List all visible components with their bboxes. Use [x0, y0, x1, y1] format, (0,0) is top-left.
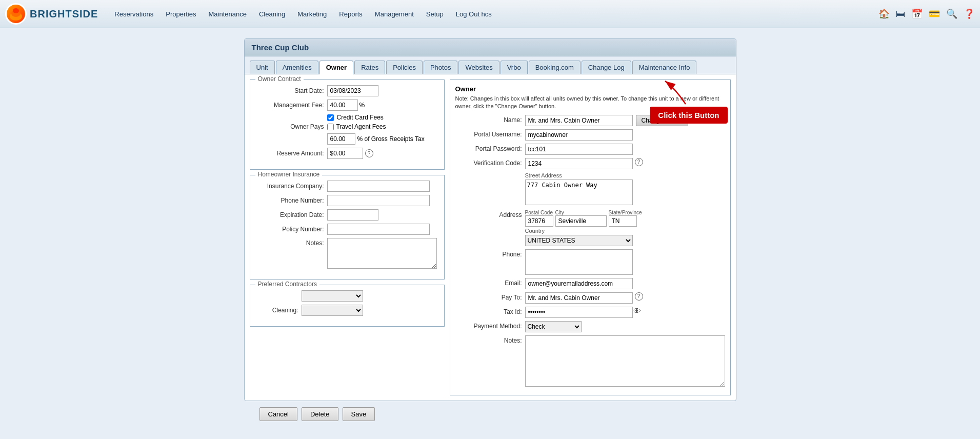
owner-panel: Owner Note: Changes in this box will aff… — [450, 79, 731, 395]
owner-panel-note: Note: Changes in this box will affect al… — [455, 95, 725, 111]
delete-button[interactable]: Delete — [302, 407, 338, 421]
verification-code-input[interactable] — [525, 158, 633, 169]
nav-setup[interactable]: Setup — [420, 7, 450, 21]
calendar-icon[interactable]: 📅 — [911, 8, 923, 19]
nav-reports[interactable]: Reports — [333, 7, 369, 21]
start-date-label: Start Date: — [257, 87, 324, 94]
credit-card-checkbox[interactable] — [327, 114, 334, 121]
mgmt-fee-row: Management Fee: % — [257, 99, 437, 111]
tax-id-toggle-icon[interactable]: 👁 — [633, 307, 641, 316]
tab-booking[interactable]: Booking.com — [529, 61, 581, 74]
postal-code-input[interactable] — [525, 215, 553, 227]
gross-receipts-label: % of Gross Receipts Tax — [357, 135, 425, 143]
insurance-company-input[interactable] — [327, 181, 430, 192]
cancel-button[interactable]: Cancel — [259, 407, 297, 421]
tab-vrbo[interactable]: Vrbo — [501, 61, 528, 74]
phone-input[interactable] — [525, 249, 633, 275]
street-address-input[interactable]: 777 Cabin Owner Way — [525, 179, 633, 205]
tab-owner[interactable]: Owner — [319, 61, 353, 74]
home-icon[interactable]: 🏠 — [878, 8, 890, 19]
start-date-input[interactable] — [327, 85, 378, 96]
contractor-select-1[interactable] — [302, 290, 363, 302]
owner-name-label: Name: — [455, 115, 522, 124]
address-labels-row: Address Postal Code City State/Province — [455, 210, 725, 227]
insurance-notes-label: Notes: — [257, 238, 324, 247]
reserve-amount-input[interactable] — [327, 148, 363, 159]
insurance-phone-row: Phone Number: — [257, 195, 437, 206]
tab-rates[interactable]: Rates — [354, 61, 385, 74]
gross-receipts-input[interactable] — [327, 133, 355, 145]
card-icon[interactable]: 💳 — [929, 8, 940, 19]
reserve-amount-row: Reserve Amount: ? — [257, 148, 437, 159]
mgmt-fee-input[interactable] — [327, 99, 358, 111]
city-label: City — [555, 210, 607, 215]
expiration-input[interactable] — [327, 209, 378, 221]
bed-icon[interactable]: 🛏 — [896, 9, 905, 19]
tab-policies[interactable]: Policies — [386, 61, 423, 74]
payment-method-select[interactable]: Check ACH PayPal — [525, 321, 582, 332]
tab-changelog[interactable]: Change Log — [582, 61, 631, 74]
logo-icon — [5, 3, 27, 25]
email-input[interactable] — [525, 278, 633, 289]
nav-reservations[interactable]: Reservations — [108, 7, 159, 21]
nav-management[interactable]: Management — [369, 7, 420, 21]
insurance-company-label: Insurance Company: — [257, 183, 324, 190]
card-title: Three Cup Club — [245, 39, 736, 56]
reserve-amount-label: Reserve Amount: — [257, 150, 324, 157]
nav-maintenance[interactable]: Maintenance — [202, 7, 252, 21]
portal-username-label: Portal Username: — [455, 129, 522, 138]
postal-col: Postal Code — [525, 210, 553, 227]
nav-logout[interactable]: Log Out hcs — [450, 7, 498, 21]
tab-maintenance-info[interactable]: Maintenance Info — [632, 61, 697, 74]
street-address-row: Street Address 777 Cabin Owner Way — [455, 172, 725, 207]
logo-area[interactable]: BRIGHTSIDE — [5, 3, 98, 25]
policy-number-input[interactable] — [327, 224, 430, 235]
state-col: State/Province — [609, 210, 642, 227]
verification-help-icon[interactable]: ? — [635, 158, 643, 166]
reserve-help-icon[interactable]: ? — [365, 149, 373, 157]
country-block: Country UNITED STATES CANADA OTHER — [525, 228, 633, 246]
nav-properties[interactable]: Properties — [159, 7, 202, 21]
country-select[interactable]: UNITED STATES CANADA OTHER — [525, 235, 633, 246]
state-input[interactable] — [609, 215, 637, 227]
nav-marketing[interactable]: Marketing — [291, 7, 333, 21]
mgmt-fee-pct: % — [359, 102, 365, 109]
left-panel: Owner Contract Start Date: Management Fe… — [250, 79, 445, 395]
street-address-spacer — [455, 172, 522, 174]
save-button[interactable]: Save — [343, 407, 375, 421]
insurance-notes-textarea[interactable] — [327, 238, 437, 269]
payment-method-row: Payment Method: Check ACH PayPal — [455, 321, 725, 332]
tab-unit[interactable]: Unit — [250, 61, 275, 74]
portal-username-input[interactable] — [525, 129, 633, 141]
email-label: Email: — [455, 278, 522, 287]
city-input[interactable] — [555, 215, 607, 227]
city-col: City — [555, 210, 607, 227]
owner-name-input[interactable] — [525, 115, 633, 126]
change-owner-button[interactable]: Change Owner — [636, 115, 689, 126]
travel-agent-label: Travel Agent Fees — [336, 123, 386, 130]
portal-password-input[interactable] — [525, 144, 633, 155]
main-content: Three Cup Club Unit Amenities Owner Rate… — [0, 28, 980, 437]
tab-websites[interactable]: Websites — [458, 61, 499, 74]
tab-photos[interactable]: Photos — [424, 61, 457, 74]
app-name: BRIGHTSIDE — [30, 8, 98, 20]
credit-card-label: Credit Card Fees — [337, 114, 384, 121]
tab-amenities[interactable]: Amenities — [276, 61, 318, 74]
portal-username-row: Portal Username: — [455, 129, 725, 141]
tax-id-input[interactable] — [525, 307, 633, 318]
preferred-contractors-label: Preferred Contractors — [255, 281, 319, 288]
postal-code-label: Postal Code — [525, 210, 553, 215]
owner-notes-textarea[interactable] — [525, 335, 725, 387]
help-icon[interactable]: ❓ — [964, 8, 975, 19]
pay-to-help-icon[interactable]: ? — [635, 292, 643, 301]
nav-cleaning[interactable]: Cleaning — [253, 7, 291, 21]
owner-name-row: Name: Change Owner — [455, 115, 725, 126]
street-address-label: Street Address — [525, 172, 633, 178]
start-date-row: Start Date: — [257, 85, 437, 96]
search-icon[interactable]: 🔍 — [946, 8, 957, 19]
portal-password-label: Portal Password: — [455, 144, 522, 152]
insurance-phone-input[interactable] — [327, 195, 430, 206]
pay-to-input[interactable] — [525, 292, 633, 304]
travel-agent-checkbox[interactable] — [327, 124, 334, 130]
contractor-cleaning-select[interactable] — [302, 305, 363, 316]
